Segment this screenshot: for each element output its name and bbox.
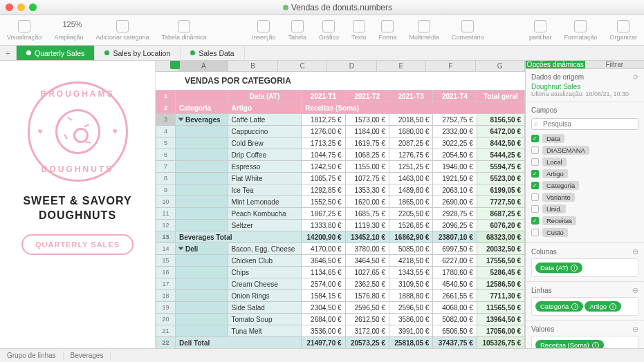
- values-dropzone[interactable]: Receitas (Soma) i: [531, 336, 638, 348]
- rows-dropzone[interactable]: Categoria iArtigo i: [531, 297, 638, 316]
- field-row[interactable]: ✓Artigo: [531, 168, 638, 180]
- field-row[interactable]: ✓Receitas: [531, 215, 638, 227]
- table-row[interactable]: 17Cream Cheese2574,00 €2362,50 €3109,50 …: [156, 278, 525, 290]
- columns-dropzone[interactable]: Data (AT) i: [531, 258, 638, 277]
- column-header[interactable]: B: [228, 61, 277, 71]
- field-row[interactable]: ✓Categoria: [531, 180, 638, 191]
- add-sheet-button[interactable]: +: [0, 46, 17, 60]
- source-link[interactable]: Doughnut Sales: [531, 83, 638, 90]
- field-pill[interactable]: Variante: [542, 193, 575, 202]
- collapse-icon[interactable]: ⊖: [632, 286, 638, 295]
- table-row[interactable]: 16Chips1134,65 €1027,65 €1343,55 €1780,6…: [156, 267, 525, 278]
- row-number[interactable]: 4: [156, 126, 176, 137]
- row-number[interactable]: 10: [156, 196, 176, 208]
- info-icon[interactable]: i: [609, 303, 616, 310]
- checkbox[interactable]: ✓: [531, 182, 539, 189]
- column-header[interactable]: E: [377, 61, 426, 71]
- field-chip[interactable]: Categoria i: [535, 301, 583, 312]
- shape-button[interactable]: Forma: [378, 20, 396, 41]
- collapse-icon[interactable]: ⊖: [632, 247, 638, 256]
- table-row[interactable]: 15Chicken Club3646,50 €3464,50 €4218,50 …: [156, 255, 525, 267]
- row-number[interactable]: 2: [156, 102, 176, 114]
- info-icon[interactable]: i: [592, 342, 599, 349]
- field-row[interactable]: Local: [531, 156, 638, 168]
- table-row[interactable]: 20Tomato Soup2684,00 €2612,50 €3586,00 €…: [156, 314, 525, 325]
- field-row[interactable]: ✓Data: [531, 133, 638, 144]
- row-number[interactable]: 15: [156, 255, 176, 267]
- column-header[interactable]: C: [278, 61, 327, 71]
- field-pill[interactable]: Custo: [542, 228, 568, 237]
- sheet-tab[interactable]: Sales Data: [181, 46, 244, 60]
- tab-pivot-options[interactable]: Opções dinâmicas: [526, 61, 585, 69]
- table-row[interactable]: 18Onion Rings1584,15 €1576,80 €1888,80 €…: [156, 290, 525, 302]
- column-header[interactable]: D: [327, 61, 376, 71]
- zoom-dropdown[interactable]: 125%Ampliação: [54, 20, 83, 41]
- table-row[interactable]: 7Espresso1242,50 €1155,00 €1251,25 €1946…: [156, 161, 525, 173]
- field-chip[interactable]: Receitas (Soma) i: [535, 340, 604, 348]
- checkbox[interactable]: [531, 146, 539, 154]
- info-icon[interactable]: i: [571, 265, 578, 272]
- row-number[interactable]: 6: [156, 149, 176, 161]
- row-number[interactable]: 14: [156, 243, 176, 255]
- row-number[interactable]: 13: [156, 231, 176, 243]
- fields-search-input[interactable]: [531, 118, 638, 130]
- row-number[interactable]: 8: [156, 173, 176, 184]
- field-pill[interactable]: DIASEMANA: [542, 146, 589, 155]
- table-row[interactable]: 21Tuna Melt3536,00 €3172,00 €3991,00 €65…: [156, 325, 525, 337]
- table-row[interactable]: 12Seltzer1333,80 €1119,30 €1526,85 €2096…: [156, 220, 525, 231]
- pivot-table-button[interactable]: Tabela dinâmica: [161, 20, 206, 41]
- checkbox[interactable]: ✓: [531, 170, 539, 178]
- field-pill[interactable]: Artigo: [542, 169, 568, 178]
- field-pill[interactable]: Unid.: [542, 204, 566, 213]
- row-number[interactable]: 11: [156, 208, 176, 220]
- column-header[interactable]: G: [476, 61, 525, 71]
- add-category-button[interactable]: Adicionar categoria: [95, 20, 149, 41]
- column-header[interactable]: A: [179, 61, 228, 71]
- row-number[interactable]: 21: [156, 325, 176, 337]
- text-button[interactable]: Texto: [351, 20, 367, 41]
- field-pill[interactable]: Local: [542, 158, 567, 166]
- row-number[interactable]: 9: [156, 184, 176, 196]
- field-pill[interactable]: Receitas: [542, 216, 576, 225]
- column-header[interactable]: F: [426, 61, 475, 71]
- row-number[interactable]: 5: [156, 137, 176, 149]
- field-row[interactable]: Unid.: [531, 203, 638, 215]
- table-row[interactable]: 8Flat White1065,75 €1072,75 €1463,00 €19…: [156, 173, 525, 184]
- checkbox[interactable]: ✓: [531, 217, 539, 225]
- field-chip[interactable]: Artigo i: [585, 301, 621, 312]
- table-row[interactable]: 19Side Salad2304,50 €2596,50 €2596,50 €4…: [156, 302, 525, 314]
- row-number[interactable]: 1: [156, 90, 176, 102]
- row-number[interactable]: 18: [156, 290, 176, 302]
- select-all-corner[interactable]: [156, 61, 179, 71]
- view-button[interactable]: Visualização: [7, 20, 42, 41]
- row-number[interactable]: 16: [156, 267, 176, 278]
- checkbox[interactable]: ✓: [531, 135, 539, 142]
- comment-button[interactable]: Comentário: [452, 20, 484, 41]
- close-icon[interactable]: [6, 3, 13, 11]
- table-row[interactable]: 5Cold Brew1713,25 €1619,75 €2087,25 €302…: [156, 137, 525, 149]
- quarterly-sales-button[interactable]: QUARTERLY SALES: [21, 234, 134, 255]
- refresh-icon[interactable]: ⟳: [633, 73, 638, 81]
- table-row[interactable]: 11Peach Kombucha1867,25 €1685,75 €2205,5…: [156, 208, 525, 220]
- row-number[interactable]: 20: [156, 314, 176, 325]
- table-row[interactable]: 3BeveragesCaffè Latte1812,25 €1573,00 €2…: [156, 114, 525, 126]
- subtotal-row[interactable]: 13Beverages Total14200,90 €13452,10 €168…: [156, 231, 525, 243]
- info-icon[interactable]: i: [571, 303, 578, 310]
- checkbox[interactable]: [531, 193, 539, 201]
- sheet-tab[interactable]: Quarterly Sales: [17, 46, 95, 60]
- field-row[interactable]: Variante: [531, 191, 638, 203]
- disclosure-icon[interactable]: [178, 117, 184, 121]
- checkbox[interactable]: [531, 205, 539, 213]
- field-pill[interactable]: Data: [542, 134, 564, 143]
- row-number[interactable]: 3: [156, 114, 176, 126]
- tab-filter[interactable]: Filtrar: [585, 61, 645, 69]
- row-number[interactable]: 12: [156, 220, 176, 231]
- table-row[interactable]: 9Ice Tea1292,85 €1353,30 €1489,80 €2063,…: [156, 184, 525, 196]
- subtotal-row[interactable]: 22Deli Total21497,70 €20573,25 €25818,05…: [156, 337, 525, 349]
- organize-button[interactable]: Organizar: [609, 20, 637, 41]
- table-row[interactable]: 6Drip Coffee1044,75 €1068,25 €1276,75 €2…: [156, 149, 525, 161]
- checkbox[interactable]: [531, 229, 539, 236]
- disclosure-icon[interactable]: [178, 247, 184, 250]
- table-row[interactable]: 14DeliBacon, Egg, Cheese4170,00 €3780,00…: [156, 243, 525, 255]
- row-number[interactable]: 17: [156, 278, 176, 290]
